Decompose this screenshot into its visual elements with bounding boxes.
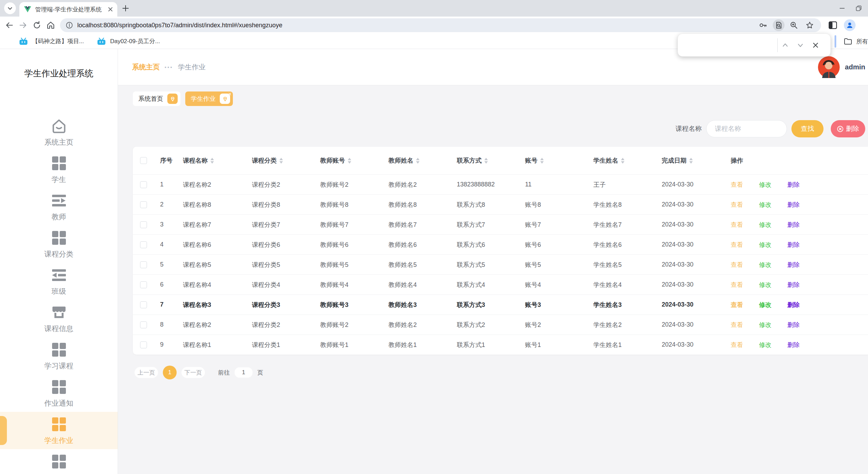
- edit-action-link[interactable]: 修改: [759, 301, 771, 309]
- view-action-link[interactable]: 查看: [731, 201, 743, 209]
- sidebar-item-学生作业[interactable]: 学生作业: [0, 412, 118, 449]
- tab-close-icon[interactable]: [108, 7, 113, 12]
- row-checkbox[interactable]: [140, 261, 147, 268]
- row-checkbox[interactable]: [140, 241, 147, 248]
- view-action-link[interactable]: 查看: [731, 261, 743, 269]
- column-header-教师账号[interactable]: 教师账号: [313, 156, 382, 165]
- delete-action-link[interactable]: 删除: [787, 241, 800, 249]
- delete-action-link[interactable]: 删除: [787, 321, 800, 329]
- edit-action-link[interactable]: 修改: [759, 241, 771, 249]
- sort-asc-icon[interactable]: [279, 158, 283, 160]
- sort-desc-icon[interactable]: [484, 161, 488, 164]
- column-header-课程分类[interactable]: 课程分类: [245, 156, 313, 165]
- edit-action-link[interactable]: 修改: [759, 201, 771, 209]
- view-action-link[interactable]: 查看: [731, 221, 743, 229]
- view-action-link[interactable]: 查看: [731, 241, 743, 249]
- sort-desc-icon[interactable]: [540, 161, 544, 164]
- address-bar[interactable]: localhost:8080/springboota0ps7to7/admin/…: [60, 18, 821, 32]
- minimize-button[interactable]: [839, 5, 845, 11]
- next-page-button[interactable]: 下一页: [181, 367, 205, 378]
- sort-carets-icon[interactable]: [540, 158, 544, 164]
- sidebar-item-课程分类[interactable]: 课程分类: [0, 225, 118, 263]
- sort-carets-icon[interactable]: [689, 158, 693, 164]
- forward-icon[interactable]: [19, 21, 28, 30]
- user-menu[interactable]: admin: [818, 56, 865, 78]
- sort-desc-icon[interactable]: [348, 161, 351, 164]
- edit-action-link[interactable]: 修改: [759, 221, 771, 229]
- browser-tab[interactable]: 管理端-学生作业处理系统: [19, 2, 117, 17]
- side-panel-icon[interactable]: [829, 21, 837, 29]
- column-header-课程名称[interactable]: 课程名称: [176, 156, 245, 165]
- sort-desc-icon[interactable]: [279, 161, 283, 164]
- edit-action-link[interactable]: 修改: [759, 181, 771, 189]
- find-in-page-icon[interactable]: [773, 19, 785, 31]
- find-input[interactable]: [683, 38, 776, 52]
- edit-action-link[interactable]: 修改: [759, 321, 771, 329]
- new-tab-button[interactable]: [121, 4, 130, 12]
- sort-asc-icon[interactable]: [689, 158, 693, 160]
- sort-carets-icon[interactable]: [416, 158, 420, 164]
- column-header-教师姓名[interactable]: 教师姓名: [382, 156, 450, 165]
- sort-carets-icon[interactable]: [210, 158, 214, 164]
- bookmark-item[interactable]: 【码神之路】项目...: [19, 37, 84, 45]
- user-name[interactable]: admin: [845, 63, 865, 71]
- browser-profile-icon[interactable]: [844, 19, 856, 31]
- row-checkbox[interactable]: [140, 321, 147, 328]
- view-action-link[interactable]: 查看: [731, 341, 743, 349]
- sidebar-item-批改作业[interactable]: 批改作业: [0, 449, 118, 474]
- url-text[interactable]: localhost:8080/springboota0ps7to7/admin/…: [77, 22, 755, 29]
- column-header-学生姓名[interactable]: 学生姓名: [586, 156, 655, 165]
- sidebar-item-学习课程[interactable]: 学习课程: [0, 337, 118, 375]
- current-page-button[interactable]: 1: [163, 366, 177, 379]
- nav-tag[interactable]: 系统首页: [133, 91, 180, 106]
- column-header-联系方式[interactable]: 联系方式: [450, 156, 518, 165]
- zoom-icon[interactable]: [790, 21, 798, 29]
- view-action-link[interactable]: 查看: [731, 321, 743, 329]
- find-previous-icon[interactable]: [778, 42, 793, 48]
- user-avatar[interactable]: [818, 56, 840, 78]
- sidebar-item-课程信息[interactable]: 课程信息: [0, 300, 118, 337]
- column-header-账号[interactable]: 账号: [518, 156, 586, 165]
- delete-action-link[interactable]: 删除: [787, 261, 800, 269]
- sidebar-item-班级[interactable]: 班级: [0, 263, 118, 300]
- sort-desc-icon[interactable]: [416, 161, 420, 164]
- row-checkbox[interactable]: [140, 281, 147, 288]
- search-button[interactable]: 查找: [791, 120, 823, 137]
- row-checkbox[interactable]: [140, 221, 147, 228]
- delete-action-link[interactable]: 删除: [787, 221, 800, 229]
- bookmark-star-icon[interactable]: [806, 21, 814, 29]
- sidebar-item-作业通知[interactable]: 作业通知: [0, 375, 118, 412]
- sort-asc-icon[interactable]: [348, 158, 351, 160]
- home-icon[interactable]: [46, 21, 55, 30]
- sort-desc-icon[interactable]: [621, 161, 624, 164]
- sort-asc-icon[interactable]: [484, 158, 488, 160]
- nav-tag[interactable]: 学生作业×: [185, 91, 233, 106]
- sidebar-item-学生[interactable]: 学生: [0, 151, 118, 188]
- delete-action-link[interactable]: 删除: [787, 181, 800, 189]
- sort-carets-icon[interactable]: [279, 158, 283, 164]
- tag-close-icon[interactable]: ×: [228, 91, 231, 97]
- back-icon[interactable]: [5, 21, 14, 30]
- restore-button[interactable]: [856, 5, 862, 11]
- edit-action-link[interactable]: 修改: [759, 341, 771, 349]
- bookmark-item[interactable]: Day02-09-员工分...: [97, 37, 160, 45]
- sort-asc-icon[interactable]: [416, 158, 420, 160]
- sort-asc-icon[interactable]: [210, 158, 214, 160]
- sort-carets-icon[interactable]: [484, 158, 488, 164]
- edit-action-link[interactable]: 修改: [759, 261, 771, 269]
- select-all-checkbox[interactable]: [140, 157, 147, 164]
- delete-action-link[interactable]: 删除: [787, 301, 800, 309]
- delete-action-link[interactable]: 删除: [787, 281, 800, 289]
- delete-button[interactable]: 删除: [831, 120, 865, 137]
- delete-action-link[interactable]: 删除: [787, 341, 800, 349]
- goto-page-input[interactable]: [235, 367, 253, 378]
- sidebar-item-教师[interactable]: 教师: [0, 188, 118, 225]
- find-next-icon[interactable]: [793, 42, 808, 48]
- row-checkbox[interactable]: [140, 181, 147, 188]
- breadcrumb-root[interactable]: 系统主页: [132, 62, 160, 72]
- sort-desc-icon[interactable]: [210, 161, 214, 164]
- sort-asc-icon[interactable]: [621, 158, 624, 160]
- prev-page-button[interactable]: 上一页: [135, 367, 158, 378]
- sort-carets-icon[interactable]: [348, 158, 351, 164]
- delete-action-link[interactable]: 删除: [787, 201, 800, 209]
